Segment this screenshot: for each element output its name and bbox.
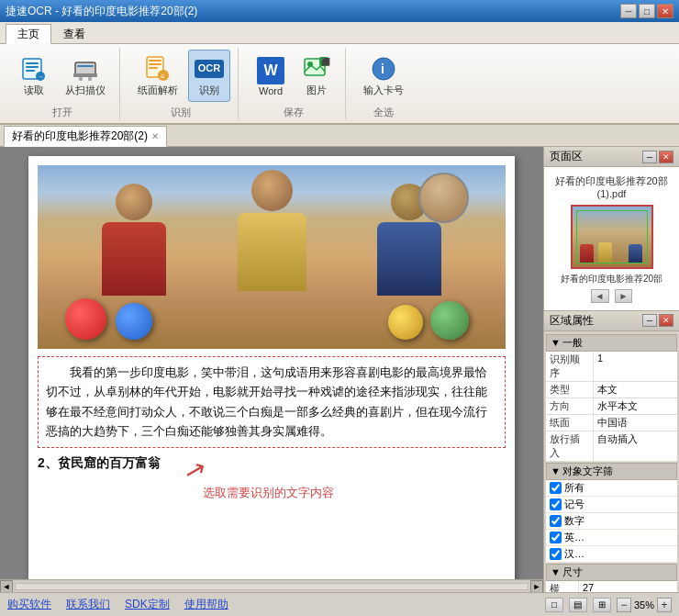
document-tab[interactable]: 好看的印度电影推荐20部(2) ✕ [4, 126, 167, 147]
ocr-icon: OCR [195, 54, 224, 84]
link-buy[interactable]: 购买软件 [7, 597, 51, 612]
link-help[interactable]: 使用帮助 [184, 597, 228, 612]
props-row-order: 识别顺序 1 [546, 352, 677, 382]
titlebar: 捷速OCR - 好看的印度电影推荐20部(2) ─ □ ✕ [0, 0, 679, 22]
app-title: 捷速OCR - 好看的印度电影推荐20部(2) [6, 4, 197, 19]
scan-label: 从扫描仪 [65, 84, 106, 97]
text-content: 我看的第一步印度电影，笑中带泪，这句成语用来形容喜剧电影的最高境界最恰切不过，从… [46, 363, 497, 442]
props-row-type: 类型 本文 [546, 382, 677, 398]
main-area: 我看的第一步印度电影，笑中带泪，这句成语用来形容喜剧电影的最高境界最恰切不过，从… [0, 147, 679, 592]
hscroll-track[interactable] [15, 583, 529, 590]
thumbnail-selection-border [576, 210, 648, 263]
statusbar-btn2[interactable]: ▤ [569, 598, 587, 612]
svg-rect-6 [75, 62, 95, 75]
checkbox-chinese: 汉… [546, 546, 677, 563]
scan-icon [71, 54, 100, 84]
page-parse-button[interactable]: ≡ 纸面解析 [131, 50, 184, 102]
svg-rect-8 [73, 73, 97, 77]
properties-panel: 区域属性 ─ ✕ ▼ 一般 识别顺序 1 [544, 311, 679, 592]
link-contact[interactable]: 联系我们 [66, 597, 110, 612]
props-group-chars-label: 对象文字筛 [562, 465, 613, 478]
document-page: 我看的第一步印度电影，笑中带泪，这句成语用来形容喜剧电影的最高境界最恰切不过，从… [28, 156, 515, 579]
zoom-control: − 35% + [617, 598, 672, 612]
checkbox-number: 数字 [546, 513, 677, 530]
thumbnail-nav: ◄ ► [591, 289, 633, 303]
props-group-chars: ▼ 对象文字筛 所有 记号 数字 [546, 463, 677, 563]
page-parse-icon: ≡ [143, 54, 173, 84]
ribbon-group-open: → 读取 从扫描仪 打开 [6, 48, 120, 119]
input-card-button[interactable]: i 输入卡号 [357, 50, 410, 102]
ribbon-group-save: W Word ⬛ 图片 保存 [242, 48, 346, 119]
svg-rect-10 [88, 77, 92, 81]
svg-rect-14 [149, 67, 158, 69]
svg-rect-2 [26, 66, 39, 68]
input-card-label: 输入卡号 [363, 84, 404, 97]
props-row-paper: 纸面 中国语 [546, 415, 677, 431]
checkbox-chinese-input[interactable] [550, 548, 562, 560]
word-button[interactable]: W Word [250, 51, 292, 101]
tab-view[interactable]: 查看 [51, 24, 97, 43]
input-card-icon: i [369, 54, 398, 84]
svg-rect-12 [149, 60, 161, 62]
document-image [38, 165, 506, 349]
zoom-plus-button[interactable]: + [657, 598, 672, 612]
svg-rect-3 [26, 70, 35, 72]
close-button[interactable]: ✕ [657, 4, 673, 18]
props-group-general-header[interactable]: ▼ 一般 [546, 334, 677, 352]
props-group-size-header[interactable]: ▼ 尺寸 [546, 564, 677, 581]
scan-button[interactable]: 从扫描仪 [59, 50, 112, 102]
statusbar-right: □ ▤ ⊞ − 35% + [545, 598, 672, 612]
checkbox-english-input[interactable] [550, 532, 562, 543]
thumbnail-next-button[interactable]: ► [615, 289, 633, 303]
statusbar-btn3[interactable]: ⊞ [593, 598, 611, 612]
thumbnail-image [571, 205, 653, 269]
minimize-button[interactable]: ─ [620, 4, 637, 18]
text-box: 我看的第一步印度电影，笑中带泪，这句成语用来形容喜剧电影的最高境界最恰切不过，从… [38, 356, 506, 448]
image-label: 图片 [306, 84, 327, 97]
document-scroll[interactable]: 我看的第一步印度电影，笑中带泪，这句成语用来形容喜剧电影的最高境界最恰切不过，从… [0, 147, 543, 579]
read-icon: → [19, 54, 49, 84]
props-group-chars-header[interactable]: ▼ 对象文字筛 [546, 463, 677, 480]
maximize-button[interactable]: □ [639, 4, 655, 18]
props-minimize[interactable]: ─ [642, 314, 657, 327]
page-area-minimize[interactable]: ─ [642, 151, 657, 163]
read-button[interactable]: → 读取 [13, 50, 55, 102]
doc-tab-close-button[interactable]: ✕ [151, 131, 159, 141]
hscroll-right[interactable]: ► [530, 580, 543, 593]
zoom-minus-button[interactable]: − [617, 598, 631, 612]
properties-title: 区域属性 [550, 313, 594, 329]
hscroll-left[interactable]: ◄ [0, 580, 13, 593]
checkbox-english: 英… [546, 530, 677, 546]
svg-text:→: → [38, 73, 44, 80]
checkbox-symbol-input[interactable] [550, 498, 562, 510]
ocr-button[interactable]: OCR 识别 [188, 50, 230, 102]
thumbnail-prev-button[interactable]: ◄ [591, 289, 609, 303]
ribbon-tab-bar: 主页 查看 [0, 22, 679, 44]
props-close[interactable]: ✕ [659, 314, 673, 327]
page-area-section: 页面区 ─ ✕ 好看的印度电影推荐20部(1).pdf [544, 147, 679, 311]
word-label: Word [259, 85, 283, 96]
ribbon-group-selectall: i 输入卡号 全选 [350, 48, 417, 119]
checkbox-all: 所有 [546, 480, 677, 497]
checkbox-all-input[interactable] [550, 482, 562, 494]
link-sdk[interactable]: SDK定制 [125, 597, 170, 612]
page-area-close[interactable]: ✕ [659, 151, 673, 163]
tab-main[interactable]: 主页 [6, 24, 51, 44]
props-group-size-label: 尺寸 [562, 566, 583, 579]
document-view: 我看的第一步印度电影，笑中带泪，这句成语用来形容喜剧电影的最高境界最恰切不过，从… [0, 147, 543, 592]
svg-text:i: i [381, 62, 384, 76]
svg-rect-7 [77, 65, 94, 67]
group-open-label: 打开 [52, 106, 72, 119]
props-row-width: 横位： 27 [546, 581, 677, 592]
image-button[interactable]: ⬛ 图片 [295, 50, 338, 102]
titlebar-controls: ─ □ ✕ [620, 4, 673, 18]
statusbar-btn1[interactable]: □ [545, 598, 563, 612]
group-selectall-label: 全选 [373, 106, 394, 119]
thumbnail-label: 好看的印度电影推荐20部 [561, 273, 662, 286]
checkbox-number-input[interactable] [550, 515, 562, 527]
ribbon-toolbar: → 读取 从扫描仪 打开 [0, 44, 679, 125]
doc-hscroll[interactable]: ◄ ► [0, 579, 543, 592]
properties-tree: ▼ 一般 识别顺序 1 类型 本文 方向 水平本文 [544, 331, 679, 592]
page-area-title: 页面区 [550, 149, 583, 164]
group-save-label: 保存 [284, 106, 304, 119]
